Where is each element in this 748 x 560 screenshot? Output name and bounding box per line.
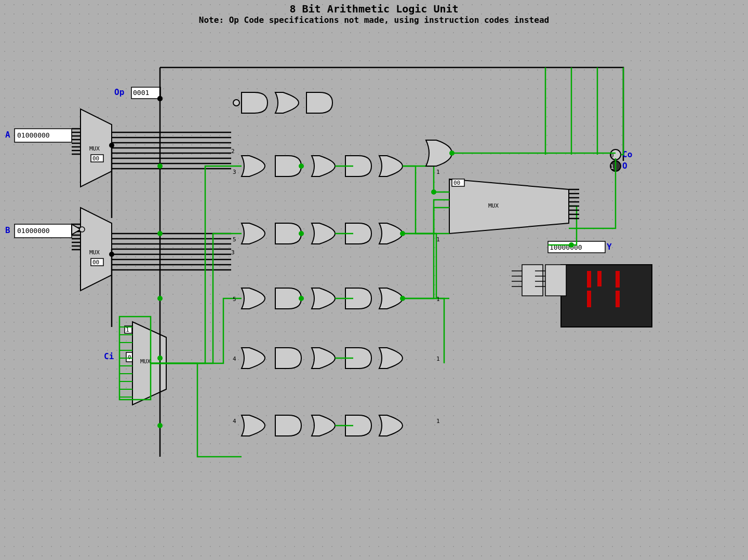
seg-right-botright [616,291,620,307]
svg-text:4: 4 [233,418,236,425]
svg-point-50 [569,242,574,248]
and-gate-top1 [242,92,268,113]
or-gate-co [426,140,452,166]
circuit-diagram: 01000000 A 01000000 B 0001 Op 10000000 Y… [0,0,748,560]
or-gate-top [275,92,299,113]
seg-left-topleft [569,271,573,288]
a-label: A [5,130,10,140]
svg-point-45 [299,231,304,236]
mux-ci-label: MUX [140,358,151,365]
mux-a-top-sel: 00 [92,155,99,162]
svg-text:1: 1 [436,236,440,243]
svg-text:1: 1 [436,356,440,362]
xor-gate-r5-1 [242,348,265,368]
svg-text:3: 3 [233,169,236,175]
seg-right-bottom [597,307,616,311]
svg-point-47 [400,231,405,236]
svg-text:5: 5 [233,296,236,303]
y-label: Y [607,242,612,252]
svg-point-49 [431,189,436,195]
inverter-bubble [233,100,239,106]
seg-right-mid [597,286,616,291]
seg-right-topleft [597,271,602,288]
svg-point-46 [299,296,304,301]
ci-label: Ci [104,351,114,361]
svg-point-44 [299,163,304,169]
and-gate-r3-1 [275,223,301,244]
svg-point-41 [157,296,163,301]
b-register-value: 01000000 [17,227,50,235]
or-gate-r4 [379,288,403,309]
a-register-value: 01000000 [17,131,50,139]
svg-text:1: 1 [436,418,440,425]
mux-output-sel: 00 [453,180,460,186]
svg-point-55 [109,252,114,257]
and-gate-r2-1 [275,156,301,176]
xor-gate-r4-1 [242,288,265,309]
xor-gate-r3-2 [312,223,335,244]
o-label: O [622,161,627,171]
op-label: Op [114,87,124,97]
seg-left-botleft [569,291,573,307]
b-inverter-bubble [79,227,85,232]
or-gate-r6 [379,415,403,436]
svg-text:5: 5 [233,236,236,243]
and-gate-r4-1 [275,288,301,309]
ci-value: 0 [128,354,131,361]
xor-gate-r2-2 [312,156,335,176]
svg-point-42 [157,356,163,361]
bus-label-3: 3 [231,249,235,256]
seg-left-bottom [569,307,587,311]
svg-point-76 [449,151,455,156]
svg-text:1: 1 [436,169,440,175]
mux-output-label: MUX [488,202,499,209]
xor-gate-r2-1 [242,156,265,176]
o-val: 1 [610,163,614,170]
mux-b-label: MUX [89,249,100,256]
op-register-value: 0001 [133,89,149,97]
svg-point-53 [109,143,114,148]
or-gate-r5 [379,348,403,368]
xor-gate-r6-1 [242,415,265,436]
svg-point-40 [157,231,163,236]
bus-label-2: 2 [231,148,235,155]
or-gate-r3 [379,223,403,244]
seg-left-mid [569,286,587,291]
mux-b-sel: 00 [92,259,99,266]
or-gate-r2 [379,156,403,176]
svg-text:4: 4 [233,356,236,362]
xor-gate-r5-2 [312,348,335,368]
xor-gate-r4-2 [312,288,335,309]
xor-gate-r6-2 [312,415,335,436]
b-label: B [5,225,10,235]
seg-left-botright [587,291,591,307]
mux-a-top-label: MUX [89,145,100,152]
decoder-chip-2 [545,265,566,296]
and-gate-top2 [306,92,332,113]
and-gate-r5-1 [275,348,301,368]
decoder-chip-1 [522,265,543,296]
svg-point-51 [157,96,163,101]
seg-right-botleft [597,291,602,307]
seg-left-topright [587,271,591,288]
seg-right-topright [616,271,620,288]
svg-point-43 [157,423,163,428]
svg-point-39 [157,163,163,169]
xor-gate-r3-1 [242,223,265,244]
and-gate-r6-1 [275,415,301,436]
mux-output [449,179,569,234]
svg-point-48 [400,296,405,301]
svg-text:1: 1 [436,296,440,303]
